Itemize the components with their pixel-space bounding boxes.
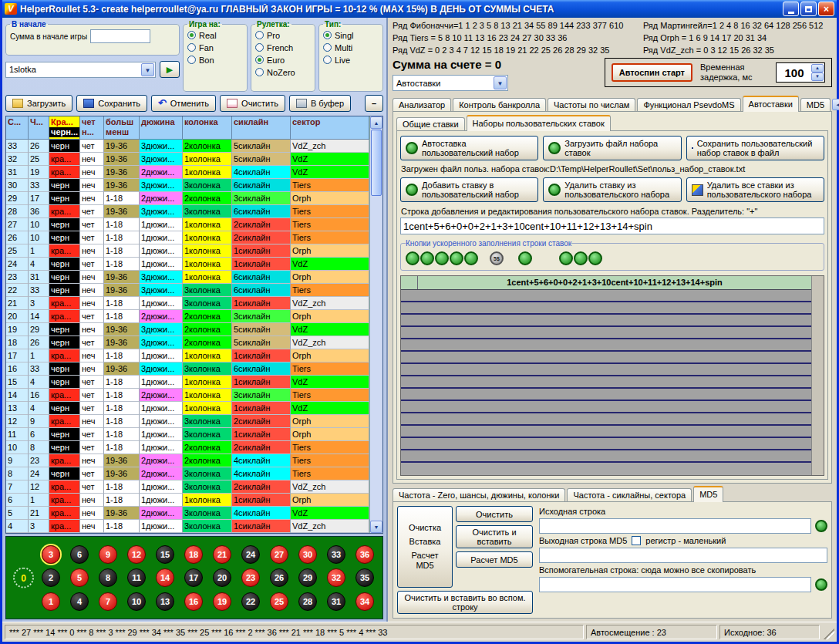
table-row[interactable]: 2836кра...чет19-363дюжи...3колонка6сикла… bbox=[6, 205, 369, 218]
bets-list-row[interactable] bbox=[401, 339, 811, 352]
board-number-7[interactable]: 7 bbox=[99, 592, 117, 611]
tab-частоты-по-числам[interactable]: Частоты по числам bbox=[548, 98, 635, 112]
md5-calc-button[interactable]: Расчет MD5 bbox=[456, 551, 533, 568]
board-number-13[interactable]: 13 bbox=[156, 592, 174, 611]
table-row[interactable]: 134чернчет1-181дюжи...1колонка1сиклайнVd… bbox=[6, 402, 369, 415]
tab-контроль-банкролла[interactable]: Контроль банкролла bbox=[453, 98, 546, 112]
board-number-30[interactable]: 30 bbox=[298, 545, 317, 564]
board-number-32[interactable]: 32 bbox=[327, 568, 345, 587]
radio-nozero[interactable]: NoZero bbox=[255, 66, 311, 78]
board-number-20[interactable]: 20 bbox=[213, 568, 231, 587]
добавить-ставку-в-пользовательский-набор-button[interactable]: Добавить ставку в пользовательский набор bbox=[400, 177, 538, 202]
table-row[interactable]: 712кра...чет1-181дюжи...3колонка2сиклайн… bbox=[6, 480, 369, 494]
coin-button-1[interactable] bbox=[406, 251, 420, 265]
radio-euro[interactable]: Euro bbox=[255, 54, 311, 66]
table-row[interactable]: 1633черннеч19-363дюжи...3колонка6сиклайн… bbox=[6, 362, 369, 376]
table-row[interactable]: 3033черннеч19-363дюжи...3колонка6сиклайн… bbox=[6, 179, 369, 192]
bets-list-row[interactable] bbox=[401, 413, 811, 426]
maximize-button[interactable] bbox=[800, 2, 817, 16]
board-number-9[interactable]: 9 bbox=[99, 545, 117, 564]
board-number-15[interactable]: 15 bbox=[156, 545, 174, 564]
md5-aux-input[interactable] bbox=[539, 577, 811, 592]
board-number-8[interactable]: 8 bbox=[99, 568, 117, 587]
table-row[interactable]: 2331черннеч19-363дюжи...1колонка6сиклайн… bbox=[6, 271, 369, 284]
freqtab-md5[interactable]: MD5 bbox=[693, 486, 723, 502]
удалить-все-ставки-из-пользовательского-набора-button[interactable]: Удалить все ставки из пользовательского … bbox=[686, 177, 824, 202]
delay-input[interactable] bbox=[777, 64, 811, 81]
play-button[interactable]: ▶ bbox=[160, 61, 180, 78]
md5-clear-paste-button[interactable]: Очистить и вставить bbox=[456, 525, 533, 548]
column-header-3[interactable]: четн... bbox=[80, 116, 104, 140]
table-row[interactable]: 3119кра...неч19-362дюжи...1колонка4сикла… bbox=[6, 166, 369, 179]
board-number-12[interactable]: 12 bbox=[127, 545, 146, 564]
board-number-29[interactable]: 29 bbox=[298, 568, 317, 587]
coin-button-7[interactable] bbox=[518, 251, 532, 265]
radio-bon[interactable]: Bon bbox=[187, 54, 243, 66]
bets-list-row[interactable] bbox=[401, 364, 811, 376]
bets-list-row[interactable] bbox=[401, 376, 811, 389]
table-row[interactable]: 43кра...неч1-181дюжи...3колонка1сиклайнV… bbox=[6, 520, 369, 533]
md5-clear-button[interactable]: Очистить bbox=[456, 506, 533, 522]
board-number-22[interactable]: 22 bbox=[241, 592, 260, 611]
autobets-combobox[interactable]: Автоставки ▼ bbox=[393, 75, 508, 91]
column-header-6[interactable]: колонка bbox=[183, 116, 232, 140]
minimize-button[interactable] bbox=[783, 2, 799, 16]
table-row[interactable]: 1826чернчет19-363дюжи...2колонка5сиклайн… bbox=[6, 336, 369, 349]
resize-grip[interactable] bbox=[822, 625, 834, 639]
scroll-up-icon[interactable]: ▲ bbox=[370, 116, 382, 129]
board-number-24[interactable]: 24 bbox=[241, 545, 260, 564]
radio-pro[interactable]: Pro bbox=[255, 29, 311, 41]
table-row[interactable]: 923кра...неч19-362дюжи...2колонка4сиклай… bbox=[6, 454, 369, 467]
table-row[interactable]: 2014кра...чет1-182дюжи...2колонка3сиклай… bbox=[6, 310, 369, 323]
preset-combobox[interactable]: 1slotka ▼ bbox=[5, 62, 156, 78]
bets-list-row[interactable] bbox=[401, 426, 811, 438]
collapse-button[interactable]: – bbox=[365, 95, 383, 112]
md5-clear-paste-calc-button[interactable]: Очистка Вставка Расчет MD5 bbox=[397, 506, 453, 588]
board-number-2[interactable]: 2 bbox=[42, 568, 60, 587]
table-row[interactable]: 1929черннеч19-363дюжи...2колонка5сиклайн… bbox=[6, 323, 369, 336]
coin-button-4[interactable] bbox=[450, 251, 463, 265]
coin-button-6[interactable]: 5$ bbox=[490, 251, 504, 265]
board-number-28[interactable]: 28 bbox=[298, 592, 317, 611]
board-number-16[interactable]: 16 bbox=[184, 592, 203, 611]
tab-scroll-left-icon[interactable]: ◀ bbox=[832, 99, 839, 110]
column-header-0[interactable]: С... bbox=[6, 116, 29, 140]
radio-fan[interactable]: Fan bbox=[187, 42, 243, 53]
table-row[interactable]: 154чернчет1-181дюжи...1колонка1сиклайнVd… bbox=[6, 376, 369, 389]
table-row[interactable]: 3225кра...неч19-363дюжи...1колонка5сикла… bbox=[6, 153, 369, 166]
radio-singl[interactable]: Singl bbox=[323, 29, 379, 41]
md5-source-input[interactable] bbox=[539, 518, 811, 534]
table-row[interactable]: 3326чернчет19-363дюжи...2колонка5сиклайн… bbox=[6, 140, 369, 153]
в-буфер-button[interactable]: В буфер bbox=[289, 95, 351, 112]
radio-real[interactable]: Real bbox=[187, 29, 243, 41]
radio-multi[interactable]: Multi bbox=[323, 42, 379, 53]
chevron-down-icon[interactable]: ▼ bbox=[494, 76, 507, 89]
tab-автоставки[interactable]: Автоставки bbox=[743, 96, 799, 112]
spin-up-icon[interactable]: ▲ bbox=[811, 64, 824, 72]
register-checkbox[interactable] bbox=[632, 536, 641, 545]
bets-list-row[interactable] bbox=[401, 450, 811, 463]
board-number-3[interactable]: 3 bbox=[42, 545, 60, 564]
board-number-6[interactable]: 6 bbox=[70, 545, 89, 564]
coin-button-10[interactable] bbox=[588, 251, 602, 265]
board-number-27[interactable]: 27 bbox=[270, 545, 288, 564]
start-sum-input[interactable] bbox=[90, 29, 150, 43]
board-number-35[interactable]: 35 bbox=[355, 568, 374, 587]
column-header-1[interactable]: Ч... bbox=[29, 116, 49, 140]
board-number-17[interactable]: 17 bbox=[184, 568, 203, 587]
board-number-4[interactable]: 4 bbox=[70, 592, 89, 611]
board-number-11[interactable]: 11 bbox=[127, 568, 146, 587]
radio-french[interactable]: French bbox=[255, 42, 311, 53]
chevron-down-icon[interactable]: ▼ bbox=[141, 63, 154, 76]
отменить-button[interactable]: ↶Отменить bbox=[151, 95, 216, 112]
board-number-26[interactable]: 26 bbox=[270, 568, 288, 587]
board-number-31[interactable]: 31 bbox=[327, 592, 345, 611]
tab-md5[interactable]: MD5 bbox=[800, 98, 831, 112]
table-row[interactable]: 116чернчет1-181дюжи...3колонка1сиклайнOr… bbox=[6, 428, 369, 441]
table-row[interactable]: 129кра...неч1-181дюжи...3колонка2сиклайн… bbox=[6, 415, 369, 428]
table-row[interactable]: 251кра...неч1-181дюжи...1колонка1сиклайн… bbox=[6, 244, 369, 258]
board-number-18[interactable]: 18 bbox=[184, 545, 203, 564]
board-number-1[interactable]: 1 bbox=[42, 592, 60, 611]
bets-list-row[interactable] bbox=[401, 290, 811, 302]
table-row[interactable]: 824чернчет19-362дюжи...3колонка4сиклайнT… bbox=[6, 467, 369, 480]
